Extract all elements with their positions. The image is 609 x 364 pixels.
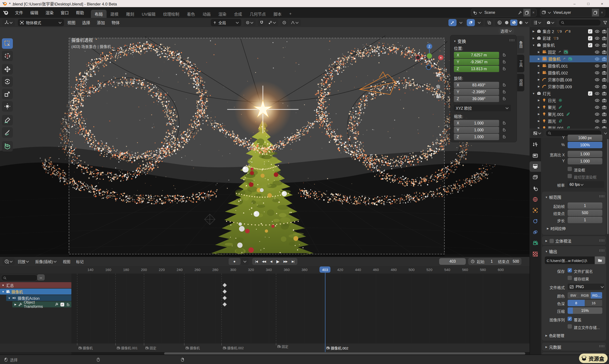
euler-mode-dropdown[interactable]: XYZ 欧拉 <box>454 105 511 111</box>
transform-value-Y[interactable]: Y-2.3985° <box>454 89 499 95</box>
eye-icon[interactable] <box>595 50 599 54</box>
vp-hand-button[interactable] <box>435 83 441 90</box>
checkbox-覆盖[interactable]: ✓ <box>568 317 572 321</box>
expand-icon[interactable]: ▼ <box>532 44 535 47</box>
workspace-tab[interactable]: 动画 <box>199 10 215 18</box>
expand-icon[interactable]: ▼ <box>8 297 11 299</box>
checkbox-缓存结果[interactable] <box>568 276 572 280</box>
unlock-icon[interactable] <box>502 128 506 132</box>
expand-icon[interactable]: ▶ <box>537 57 541 60</box>
timeline-marker-row[interactable]: 摄像机摄像机.001固定摄像机摄像机.002固定摄像机.002 <box>0 344 530 352</box>
outliner-item-label[interactable]: 集合 2 <box>543 28 554 34</box>
close-button[interactable]: × <box>595 0 609 7</box>
workspace-tab[interactable]: 几何节点 <box>246 10 270 18</box>
playhead-line[interactable] <box>325 268 325 352</box>
shading-wireframe[interactable] <box>496 20 503 26</box>
workspace-tab[interactable]: 纹理绘制 <box>159 10 183 18</box>
unlock-icon[interactable] <box>502 60 506 64</box>
camera-visibility-icon[interactable] <box>602 64 607 68</box>
pin-icon[interactable] <box>518 11 522 14</box>
unlock-icon[interactable] <box>502 90 506 94</box>
outliner-item-label[interactable]: 聚光.001 <box>548 111 564 117</box>
marker-摄像机.002[interactable]: 摄像机.002 <box>326 345 348 351</box>
browse-folder-button[interactable] <box>595 257 605 264</box>
options-dropdown[interactable]: 选项 <box>499 28 514 34</box>
outliner-item-label[interactable]: 摄像机 <box>548 56 560 62</box>
workspace-tab[interactable]: 合成 <box>230 10 246 18</box>
fps-dropdown[interactable]: 60 fps <box>568 181 604 188</box>
proportional-edit-toggle[interactable] <box>280 19 288 26</box>
unlock-icon[interactable] <box>502 83 506 87</box>
shading-material[interactable] <box>510 20 518 26</box>
outliner-row[interactable]: ▶摄像机.002 <box>530 69 609 76</box>
marker-固定[interactable]: 固定 <box>145 345 156 350</box>
marker-摄像机.002[interactable]: 摄像机.002 <box>222 345 244 350</box>
npanel-tab-视图[interactable]: 视图 <box>517 74 524 91</box>
outliner-item-label[interactable]: 贝塞尔圆.008 <box>548 77 572 83</box>
props-tab-view-layer[interactable] <box>530 172 541 183</box>
marker-摄像机.001[interactable]: 摄像机.001 <box>116 345 138 350</box>
play-button[interactable]: ▶ <box>274 259 281 264</box>
snap-settings-dropdown[interactable] <box>266 19 278 26</box>
props-scrollbar[interactable] <box>607 139 609 234</box>
mode-dropdown[interactable]: 物体模式 <box>18 19 64 26</box>
checkbox-裁切至渲染框[interactable] <box>568 174 572 178</box>
outliner-row[interactable]: ▶聚光 <box>530 104 609 111</box>
outliner-item-label[interactable]: 固定 <box>548 49 556 55</box>
output-path-field[interactable]: C:\Users\张...w Folder(1)\ <box>545 257 596 264</box>
editor-type-button[interactable] <box>2 19 15 26</box>
tool-rotate[interactable] <box>2 76 13 87</box>
expand-icon[interactable]: ▶ <box>537 99 541 102</box>
tl-menu-抠像(插帧)[interactable]: 抠像(插帧) <box>32 258 60 265</box>
vp-menu-选择[interactable]: 选择 <box>79 19 93 26</box>
drag-handle-icon[interactable] <box>599 249 604 252</box>
workspace-tab[interactable]: 着色 <box>183 10 199 18</box>
depth-option-16[interactable]: 16 <box>585 300 602 306</box>
clock-icon[interactable] <box>471 259 475 264</box>
panel-header-stereoscopy[interactable]: ▶立体视法 <box>545 238 571 244</box>
camera-visibility-icon[interactable] <box>602 29 607 34</box>
marker-固定[interactable]: 固定 <box>277 344 288 349</box>
channel-checkbox[interactable]: ✓ <box>60 303 64 306</box>
frame-range-0[interactable]: 1 <box>568 202 602 209</box>
transform-panel-title[interactable]: ▼变换 <box>453 38 466 44</box>
checkbox-渲染框[interactable] <box>568 167 572 171</box>
transform-value-Z[interactable]: Z13.813 m <box>454 66 499 72</box>
outliner[interactable]: ▶集合 2▽98✓▶彩球▽3✓▼摄象机✓▶固定▶摄像机▶摄像机.001▶摄像机.… <box>530 18 609 129</box>
subpanel-time-stretch[interactable]: ▶时间拉伸 <box>546 225 566 231</box>
compression-slider[interactable]: 15% <box>568 307 602 314</box>
funnel-icon[interactable] <box>603 20 608 25</box>
color-option-RG...[interactable]: RG... <box>591 292 602 299</box>
gizmo-dropdown[interactable] <box>457 19 465 26</box>
outliner-row[interactable]: ▶集合 2▽98✓ <box>530 28 609 35</box>
unlock-icon[interactable] <box>66 303 70 306</box>
scene-name[interactable]: Scene <box>482 11 517 15</box>
transform-value-Z[interactable]: Z1.000 <box>454 134 499 140</box>
camera-visibility-icon[interactable] <box>602 112 607 117</box>
outliner-item-label[interactable]: 日光 <box>548 97 556 103</box>
outliner-editor-type-button[interactable] <box>531 19 544 26</box>
tool-measure[interactable] <box>2 127 13 138</box>
tool-annotate[interactable] <box>2 115 13 125</box>
workspace-tab[interactable]: 雕刻 <box>122 10 138 18</box>
outliner-item-label[interactable]: 灯光 <box>543 91 551 96</box>
expand-icon[interactable]: ▶ <box>14 303 17 306</box>
drag-handle-icon[interactable] <box>599 239 604 242</box>
collection-checkbox[interactable]: ✓ <box>588 29 592 34</box>
tl-menu-视图[interactable]: 视图 <box>60 258 73 265</box>
tool-select-box[interactable] <box>2 38 13 49</box>
outliner-scrollbar[interactable] <box>607 28 609 83</box>
panel-header-元数据[interactable]: ▶元数据 <box>545 344 561 350</box>
outliner-item-label[interactable]: 摄像机.001 <box>548 63 568 69</box>
menu-窗口[interactable]: 窗口 <box>57 9 72 16</box>
outliner-item-label[interactable]: 面光 <box>548 118 556 124</box>
expand-icon[interactable]: ▼ <box>1 284 5 287</box>
keyframe-diamond[interactable] <box>222 302 227 306</box>
workspace-tab[interactable]: 建模 <box>107 10 122 18</box>
resolution-y[interactable]: 1080 px <box>568 135 602 141</box>
keyframe-diamond[interactable] <box>222 289 227 294</box>
expand-icon[interactable]: ▶ <box>532 30 535 33</box>
maximize-button[interactable]: □ <box>581 0 595 7</box>
workspace-tab[interactable]: UV编辑 <box>138 10 159 18</box>
eye-icon[interactable] <box>595 84 599 89</box>
